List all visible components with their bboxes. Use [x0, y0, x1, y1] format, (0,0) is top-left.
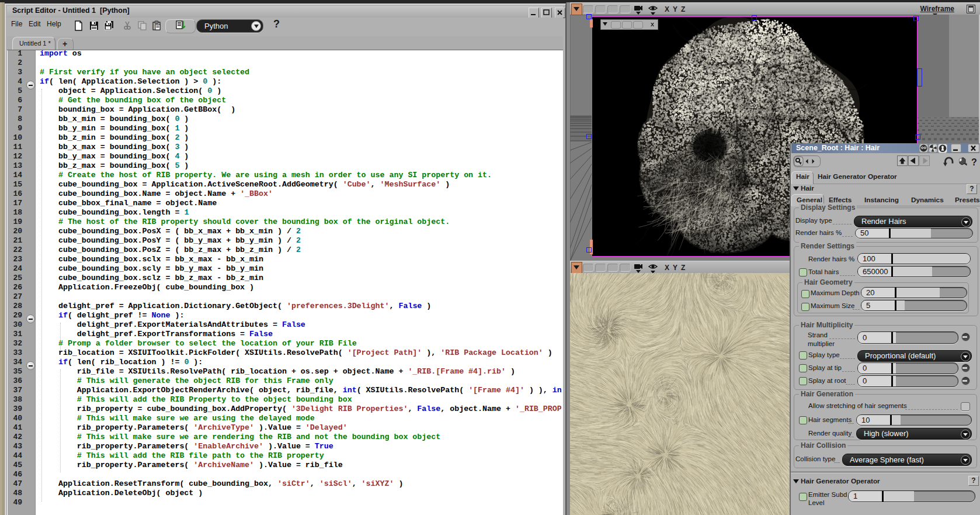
svg-text:?: ? [971, 157, 977, 167]
